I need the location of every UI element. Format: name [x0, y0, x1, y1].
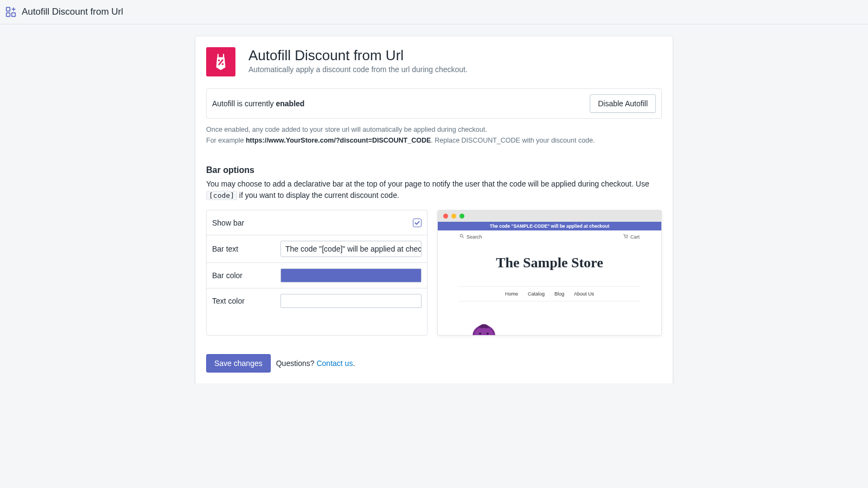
preview-menu: Home Catalog Blog About Us	[458, 286, 641, 301]
svg-point-7	[460, 234, 463, 237]
contact-us-link[interactable]: Contact us	[316, 359, 353, 368]
svg-rect-2	[12, 13, 16, 17]
window-close-icon	[443, 214, 448, 219]
topbar-title: Autofill Discount from Url	[22, 7, 123, 17]
options-table: Show bar Bar text The code "[code]" will…	[206, 210, 427, 336]
svg-line-8	[463, 237, 464, 238]
preview-store-title: The Sample Store	[438, 243, 661, 286]
code-chip: [code]	[206, 191, 237, 200]
svg-point-9	[625, 237, 626, 238]
app-title: Autofill Discount from Url	[248, 47, 468, 64]
option-bar-color: Bar color	[207, 263, 427, 288]
main-card: Autofill Discount from Url Automatically…	[195, 36, 673, 383]
preview-chrome	[438, 210, 661, 222]
preview-window: The code "SAMPLE-CODE" will be applied a…	[437, 210, 662, 336]
bar-options-desc: You may choose to add a declarative bar …	[206, 178, 662, 201]
help-text: Once enabled, any code added to your sto…	[206, 124, 662, 146]
preview-discount-bar: The code "SAMPLE-CODE" will be applied a…	[438, 222, 661, 230]
cart-icon	[623, 234, 628, 240]
topbar: Autofill Discount from Url	[0, 0, 868, 24]
preview-body	[438, 301, 661, 335]
option-text-color: Text color	[207, 288, 427, 313]
option-bar-text: Bar text The code "[code]" will be appli…	[207, 235, 427, 263]
footer-text: Questions? Contact us.	[276, 359, 355, 368]
save-changes-button[interactable]: Save changes	[206, 354, 271, 373]
options-row: Show bar Bar text The code "[code]" will…	[206, 210, 662, 336]
bar-color-input[interactable]	[280, 268, 422, 282]
svg-rect-1	[7, 13, 10, 17]
window-max-icon	[459, 214, 464, 219]
app-subtitle: Automatically apply a discount code from…	[248, 65, 468, 74]
eggplant-icon	[469, 317, 499, 335]
option-show-bar: Show bar	[207, 210, 427, 235]
apps-icon	[5, 7, 16, 17]
svg-point-6	[222, 63, 224, 65]
show-bar-checkbox[interactable]	[413, 219, 422, 227]
bar-options-title: Bar options	[206, 165, 662, 175]
bar-text-input[interactable]: The code "[code]" will be applied at che…	[280, 241, 422, 257]
svg-point-14	[487, 332, 488, 334]
status-card: Autofill is currently enabled Disable Au…	[206, 88, 662, 119]
disable-autofill-button[interactable]: Disable Autofill	[590, 94, 656, 113]
preview-nav: Search Cart	[438, 230, 661, 243]
svg-point-10	[627, 237, 627, 238]
svg-rect-0	[7, 8, 10, 11]
status-text: Autofill is currently enabled	[212, 99, 304, 108]
svg-point-5	[218, 60, 220, 61]
app-header: Autofill Discount from Url Automatically…	[206, 47, 662, 76]
svg-point-13	[479, 332, 481, 334]
window-min-icon	[451, 214, 456, 219]
footer-row: Save changes Questions? Contact us.	[206, 354, 662, 373]
app-logo	[206, 47, 235, 76]
search-icon	[459, 234, 464, 240]
text-color-input[interactable]	[280, 294, 422, 308]
